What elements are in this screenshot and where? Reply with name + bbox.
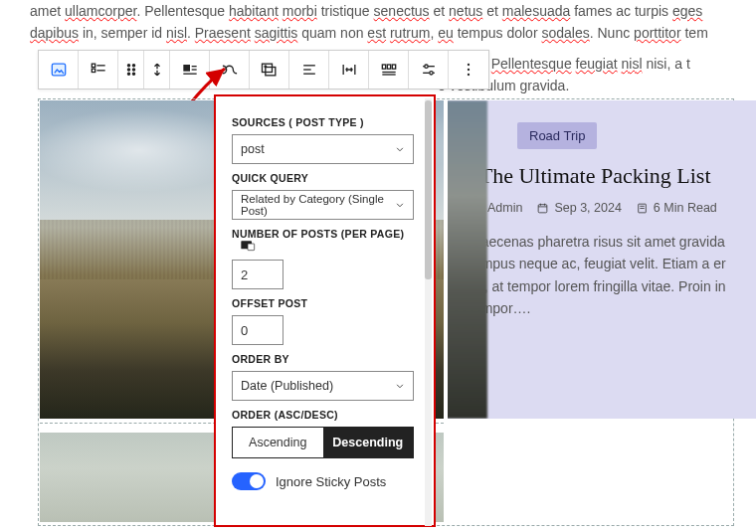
svg-rect-36 bbox=[539, 204, 548, 212]
quick-query-select[interactable]: Related by Category (Single Post) bbox=[232, 190, 414, 220]
num-posts-label: NUMBER OF POSTS (PER PAGE) bbox=[232, 228, 418, 254]
sources-select[interactable]: post bbox=[232, 134, 414, 164]
settings-button[interactable] bbox=[409, 51, 449, 89]
svg-point-5 bbox=[127, 65, 129, 67]
columns-button[interactable] bbox=[369, 51, 409, 89]
svg-point-9 bbox=[127, 73, 129, 75]
svg-rect-24 bbox=[387, 65, 390, 69]
query-settings-panel: SOURCES ( POST TYPE ) post QUICK QUERY R… bbox=[214, 94, 436, 527]
chevron-down-icon bbox=[393, 198, 407, 215]
svg-point-32 bbox=[468, 64, 470, 66]
text-align-button[interactable] bbox=[289, 51, 329, 89]
order-asc-button[interactable]: Ascending bbox=[233, 428, 323, 457]
svg-point-34 bbox=[468, 74, 470, 76]
svg-point-31 bbox=[429, 72, 432, 75]
post-meta: Admin Sep 3, 2024 6 Min Read bbox=[470, 201, 738, 215]
chevron-down-icon bbox=[393, 142, 407, 159]
order-toggle: Ascending Descending bbox=[232, 427, 414, 458]
chevron-down-icon bbox=[393, 379, 407, 396]
offset-label: OFFSET POST bbox=[232, 297, 418, 309]
svg-point-17 bbox=[265, 66, 267, 68]
calendar-icon bbox=[536, 202, 549, 215]
align-button[interactable] bbox=[170, 51, 210, 89]
list-view-button[interactable] bbox=[79, 51, 118, 89]
orderby-select[interactable]: Date (Published) bbox=[232, 371, 414, 401]
svg-rect-25 bbox=[392, 65, 395, 69]
read-meta: 6 Min Read bbox=[636, 201, 717, 215]
panel-scrollbar[interactable] bbox=[425, 98, 432, 526]
svg-rect-16 bbox=[265, 68, 275, 76]
ignore-sticky-label: Ignore Sticky Posts bbox=[276, 474, 386, 489]
width-button[interactable] bbox=[329, 51, 369, 89]
svg-point-7 bbox=[127, 69, 129, 71]
sources-label: SOURCES ( POST TYPE ) bbox=[232, 116, 418, 128]
drag-handle[interactable] bbox=[118, 51, 144, 89]
svg-rect-11 bbox=[183, 65, 190, 72]
date-meta: Sep 3, 2024 bbox=[536, 201, 621, 215]
query-loop-button[interactable] bbox=[210, 51, 250, 89]
svg-rect-23 bbox=[382, 65, 385, 69]
para-line-2: dapibus in, semper id nisl. Praesent sag… bbox=[30, 25, 708, 41]
svg-point-6 bbox=[132, 65, 134, 67]
order-desc-button[interactable]: Descending bbox=[323, 428, 414, 457]
svg-point-8 bbox=[132, 69, 134, 71]
offset-input[interactable]: 0 bbox=[232, 315, 284, 345]
orderby-label: ORDER BY bbox=[232, 353, 418, 365]
svg-rect-15 bbox=[262, 64, 272, 72]
para-line-1: amet ullamcorper. Pellentesque habitant … bbox=[30, 3, 702, 19]
svg-point-10 bbox=[132, 73, 134, 75]
ignore-sticky-toggle[interactable] bbox=[232, 472, 266, 490]
svg-rect-44 bbox=[248, 244, 255, 251]
move-arrows[interactable] bbox=[144, 51, 170, 89]
svg-point-33 bbox=[468, 69, 470, 71]
read-icon bbox=[636, 202, 649, 215]
post-excerpt: Maecenas pharetra risus sit amet gravida… bbox=[470, 231, 738, 320]
order-label: ORDER (ASC/DESC) bbox=[232, 409, 418, 421]
svg-rect-1 bbox=[92, 64, 94, 67]
block-type-button[interactable] bbox=[39, 51, 79, 89]
image-layout-button[interactable] bbox=[250, 51, 289, 89]
post-title[interactable]: “The Ultimate Packing List bbox=[470, 163, 738, 189]
post-card-image-strip bbox=[448, 100, 487, 419]
svg-rect-2 bbox=[92, 69, 94, 72]
editor-paragraph: amet ullamcorper. Pellentesque habitant … bbox=[0, 0, 756, 45]
svg-point-29 bbox=[424, 65, 427, 68]
block-toolbar bbox=[38, 50, 489, 89]
responsive-icon[interactable] bbox=[240, 240, 256, 254]
more-options-button[interactable] bbox=[449, 51, 488, 89]
num-posts-input[interactable]: 2 bbox=[232, 260, 284, 289]
quick-query-label: QUICK QUERY bbox=[232, 172, 418, 184]
post-card: Road Trip “The Ultimate Packing List Adm… bbox=[448, 100, 756, 419]
category-badge[interactable]: Road Trip bbox=[517, 122, 597, 149]
